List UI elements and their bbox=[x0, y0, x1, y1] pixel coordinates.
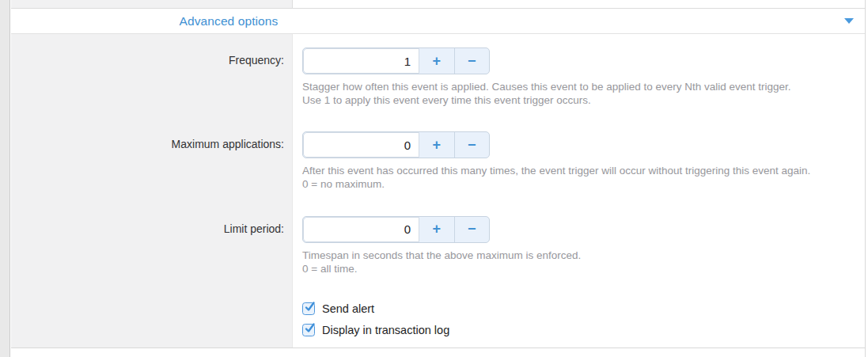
max-applications-help-text: After this event has occurred this many … bbox=[302, 164, 865, 191]
limit-period-label: Limit period: bbox=[11, 203, 293, 287]
alerts-row: Send alert Display in transaction log bbox=[11, 287, 865, 348]
chevron-down-icon[interactable] bbox=[844, 18, 854, 24]
frequency-stepper: + − bbox=[302, 47, 490, 74]
limit-period-stepper: + − bbox=[302, 216, 490, 243]
display-transaction-log-row[interactable]: Display in transaction log bbox=[302, 324, 865, 337]
max-applications-increment-button[interactable]: + bbox=[419, 132, 454, 158]
checkmark-icon bbox=[302, 300, 316, 314]
limit-period-decrement-button[interactable]: − bbox=[454, 217, 489, 242]
frequency-increment-button[interactable]: + bbox=[419, 48, 454, 74]
frequency-help-text: Stagger how often this event is applied.… bbox=[302, 80, 865, 107]
frequency-field-group: Frequency: + − Stagger how often this ev… bbox=[11, 34, 865, 118]
limit-period-input[interactable] bbox=[303, 217, 419, 242]
limit-period-help-text: Timespan in seconds that the above maxim… bbox=[302, 249, 865, 275]
frequency-label: Frequency: bbox=[11, 34, 293, 118]
previous-section-edge bbox=[11, 0, 865, 9]
left-gutter bbox=[0, 0, 10, 357]
send-alert-row[interactable]: Send alert bbox=[302, 302, 865, 316]
display-transaction-log-checkbox[interactable] bbox=[302, 324, 315, 336]
checkmark-icon bbox=[302, 321, 316, 336]
frequency-decrement-button[interactable]: − bbox=[454, 48, 489, 74]
max-applications-field-group: Maximum applications: + − After this eve… bbox=[11, 118, 865, 202]
display-transaction-log-label: Display in transaction log bbox=[322, 324, 449, 336]
settings-panel: Advanced options Frequency: + − Stagger … bbox=[11, 0, 865, 357]
advanced-options-body: Frequency: + − Stagger how often this ev… bbox=[11, 34, 865, 348]
advanced-options-screen: Advanced options Frequency: + − Stagger … bbox=[0, 0, 868, 357]
section-title: Advanced options bbox=[180, 14, 279, 28]
advanced-options-header[interactable]: Advanced options bbox=[11, 9, 865, 34]
limit-period-field-group: Limit period: + − Timespan in seconds th… bbox=[11, 203, 865, 287]
send-alert-label: Send alert bbox=[322, 302, 374, 315]
frequency-input[interactable] bbox=[303, 48, 419, 74]
max-applications-input[interactable] bbox=[303, 132, 419, 158]
max-applications-decrement-button[interactable]: − bbox=[454, 132, 489, 158]
max-applications-label: Maximum applications: bbox=[11, 118, 293, 202]
limit-period-increment-button[interactable]: + bbox=[419, 217, 454, 242]
max-applications-stepper: + − bbox=[302, 131, 490, 158]
panel-right-border bbox=[865, 0, 866, 357]
send-alert-checkbox[interactable] bbox=[302, 302, 315, 315]
